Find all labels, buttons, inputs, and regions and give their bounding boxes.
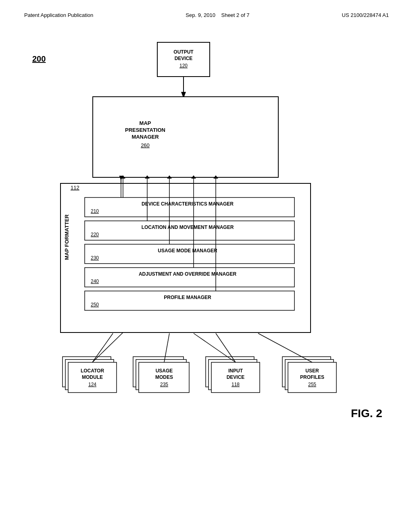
svg-text:USAGE: USAGE (156, 368, 173, 374)
svg-text:FIG. 2: FIG. 2 (351, 407, 382, 420)
header-left: Patent Application Publication (24, 12, 93, 18)
svg-rect-5 (93, 97, 278, 177)
svg-text:MAP: MAP (140, 120, 151, 126)
diagram-container: 200 OUTPUT DEVICE 120 MAP PRESENTATION M… (0, 30, 413, 514)
svg-text:MANAGER: MANAGER (131, 134, 159, 140)
svg-rect-19 (85, 244, 294, 264)
svg-text:235: 235 (160, 382, 168, 387)
svg-text:LOCATOR: LOCATOR (81, 368, 104, 374)
svg-text:MAP FORMATTER: MAP FORMATTER (64, 214, 70, 260)
svg-text:260: 260 (141, 142, 150, 148)
svg-text:210: 210 (91, 208, 99, 214)
svg-text:MODES: MODES (155, 374, 173, 380)
svg-text:240: 240 (91, 278, 99, 284)
diagram-svg: OUTPUT DEVICE 120 MAP PRESENTATION MANAG… (0, 30, 413, 514)
header-center: Sep. 9, 2010 Sheet 2 of 7 (186, 12, 249, 18)
svg-text:112: 112 (71, 185, 79, 191)
svg-text:255: 255 (308, 382, 316, 387)
svg-text:PROFILE MANAGER: PROFILE MANAGER (164, 295, 211, 300)
svg-text:LOCATION AND MOVEMENT MANAGER: LOCATION AND MOVEMENT MANAGER (142, 224, 234, 230)
svg-text:INPUT: INPUT (228, 368, 243, 374)
svg-text:124: 124 (88, 382, 96, 387)
svg-text:MODULE: MODULE (82, 374, 103, 380)
svg-text:220: 220 (91, 232, 99, 237)
svg-text:120: 120 (179, 63, 188, 69)
svg-text:DEVICE: DEVICE (175, 56, 193, 61)
svg-rect-25 (85, 291, 294, 310)
svg-rect-22 (85, 268, 294, 287)
header-right: US 2100/228474 A1 (342, 12, 389, 18)
svg-text:ADJUSTMENT AND OVERRIDE MANAGE: ADJUSTMENT AND OVERRIDE MANAGER (139, 271, 237, 277)
svg-text:PROFILES: PROFILES (300, 374, 324, 380)
svg-text:DEVICE: DEVICE (227, 374, 245, 380)
svg-text:USAGE MODE MANAGER: USAGE MODE MANAGER (158, 248, 217, 254)
svg-text:118: 118 (232, 382, 240, 387)
page-header: Patent Application Publication Sep. 9, 2… (0, 0, 413, 22)
svg-rect-13 (85, 197, 294, 217)
svg-text:DEVICE CHARACTERISTICS MANAGER: DEVICE CHARACTERISTICS MANAGER (142, 201, 234, 207)
svg-text:250: 250 (91, 302, 99, 308)
svg-text:OUTPUT: OUTPUT (173, 49, 194, 55)
svg-text:USER: USER (305, 368, 319, 374)
svg-rect-16 (85, 221, 294, 240)
svg-text:PRESENTATION: PRESENTATION (125, 127, 165, 133)
svg-text:230: 230 (91, 255, 99, 261)
